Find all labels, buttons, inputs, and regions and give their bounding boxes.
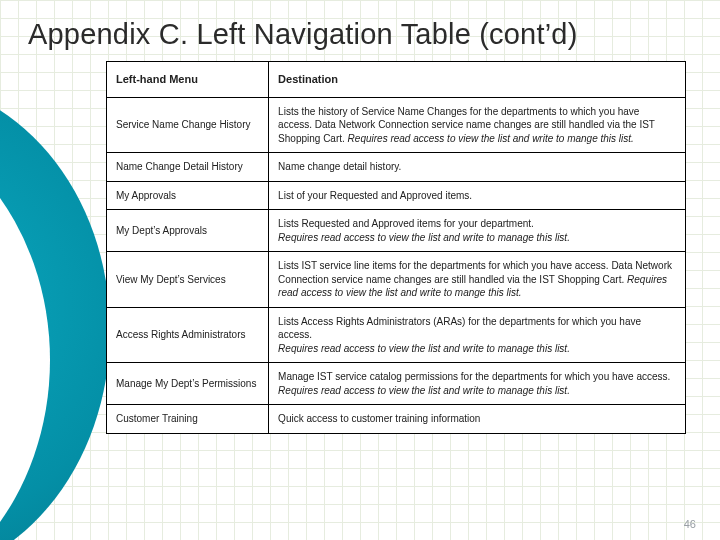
cell-destination: Lists IST service line items for the dep…: [269, 252, 686, 308]
cell-menu: My Dept’s Approvals: [107, 210, 269, 252]
page-number: 46: [684, 518, 696, 530]
navigation-table-wrap: Left-hand Menu Destination Service Name …: [106, 61, 686, 434]
dest-note: Requires read access to view the list an…: [278, 343, 570, 354]
col-header-menu: Left-hand Menu: [107, 62, 269, 98]
dest-note: Requires read access to view the list an…: [278, 385, 570, 396]
navigation-table: Left-hand Menu Destination Service Name …: [106, 61, 686, 434]
dest-text: Lists Requested and Approved items for y…: [278, 218, 534, 229]
cell-menu: Name Change Detail History: [107, 153, 269, 182]
dest-text: Quick access to customer training inform…: [278, 413, 480, 424]
dest-text: Manage IST service catalog permissions f…: [278, 371, 670, 382]
cell-menu: Customer Training: [107, 405, 269, 434]
table-row: Access Rights Administrators Lists Acces…: [107, 307, 686, 363]
table-row: Manage My Dept’s Permissions Manage IST …: [107, 363, 686, 405]
col-header-destination: Destination: [269, 62, 686, 98]
table-row: Service Name Change History Lists the hi…: [107, 97, 686, 153]
cell-menu: View My Dept’s Services: [107, 252, 269, 308]
cell-menu: My Approvals: [107, 181, 269, 210]
cell-destination: Lists Access Rights Administrators (ARAs…: [269, 307, 686, 363]
dest-text: Name change detail history.: [278, 161, 401, 172]
page-title: Appendix C. Left Navigation Table (cont’…: [28, 18, 692, 51]
dest-text: List of your Requested and Approved item…: [278, 190, 472, 201]
table-row: Customer Training Quick access to custom…: [107, 405, 686, 434]
slide: Appendix C. Left Navigation Table (cont’…: [0, 0, 720, 540]
cell-destination: Name change detail history.: [269, 153, 686, 182]
dest-note: Requires read access to view the list an…: [278, 232, 570, 243]
cell-destination: Lists Requested and Approved items for y…: [269, 210, 686, 252]
table-row: Name Change Detail History Name change d…: [107, 153, 686, 182]
cell-menu: Service Name Change History: [107, 97, 269, 153]
table-row: My Dept’s Approvals Lists Requested and …: [107, 210, 686, 252]
dest-text: Lists IST service line items for the dep…: [278, 260, 672, 285]
table-header-row: Left-hand Menu Destination: [107, 62, 686, 98]
cell-menu: Manage My Dept’s Permissions: [107, 363, 269, 405]
cell-menu: Access Rights Administrators: [107, 307, 269, 363]
cell-destination: Manage IST service catalog permissions f…: [269, 363, 686, 405]
dest-text: Lists Access Rights Administrators (ARAs…: [278, 316, 641, 341]
cell-destination: Quick access to customer training inform…: [269, 405, 686, 434]
table-row: My Approvals List of your Requested and …: [107, 181, 686, 210]
cell-destination: List of your Requested and Approved item…: [269, 181, 686, 210]
dest-note: Requires read access to view the list an…: [348, 133, 634, 144]
table-row: View My Dept’s Services Lists IST servic…: [107, 252, 686, 308]
cell-destination: Lists the history of Service Name Change…: [269, 97, 686, 153]
